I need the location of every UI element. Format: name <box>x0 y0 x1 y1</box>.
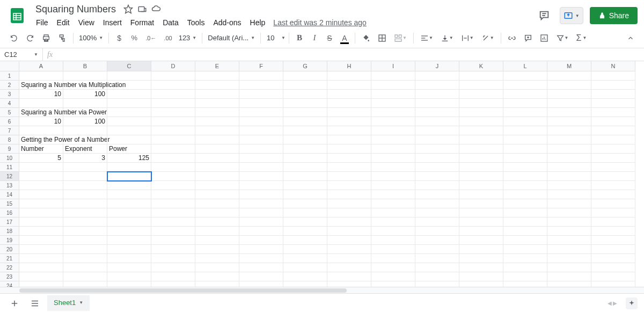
cell-J18[interactable] <box>415 227 459 236</box>
cell-H14[interactable] <box>327 190 371 199</box>
cell-I15[interactable] <box>371 199 415 208</box>
cell-A3[interactable]: 10 <box>19 90 63 99</box>
cell-B21[interactable] <box>63 254 107 263</box>
cell-A5[interactable]: Squaring a Number via Power <box>19 108 63 117</box>
cell-A20[interactable] <box>19 245 63 254</box>
cell-K3[interactable] <box>459 90 503 99</box>
cell-C11[interactable] <box>107 163 151 172</box>
document-title[interactable]: Squaring Numbers <box>32 3 119 16</box>
cell-J24[interactable] <box>415 281 459 287</box>
cell-H18[interactable] <box>327 227 371 236</box>
cell-B12[interactable] <box>63 172 107 181</box>
cell-A14[interactable] <box>19 190 63 199</box>
cell-K12[interactable] <box>459 172 503 181</box>
col-header-N[interactable]: N <box>591 61 635 71</box>
cell-M5[interactable] <box>547 108 591 117</box>
cell-N21[interactable] <box>591 254 635 263</box>
cell-J21[interactable] <box>415 254 459 263</box>
cell-N18[interactable] <box>591 227 635 236</box>
cell-A17[interactable] <box>19 217 63 227</box>
cell-G18[interactable] <box>283 227 327 236</box>
cell-E4[interactable] <box>195 99 239 108</box>
cell-C9[interactable]: Power <box>107 144 151 154</box>
cell-M8[interactable] <box>547 135 591 144</box>
font-size-dropdown[interactable]: ▼ <box>281 35 286 40</box>
cell-H2[interactable] <box>327 81 371 90</box>
cell-N14[interactable] <box>591 190 635 199</box>
cell-D20[interactable] <box>151 245 195 254</box>
col-header-A[interactable]: A <box>19 61 63 71</box>
cell-H7[interactable] <box>327 126 371 135</box>
cell-B19[interactable] <box>63 236 107 245</box>
cell-L18[interactable] <box>503 227 547 236</box>
cell-N3[interactable] <box>591 90 635 99</box>
cell-E6[interactable] <box>195 117 239 126</box>
cell-C1[interactable] <box>107 71 151 81</box>
cell-G2[interactable] <box>283 81 327 90</box>
cell-D1[interactable] <box>151 71 195 81</box>
cell-I4[interactable] <box>371 99 415 108</box>
cell-D8[interactable] <box>151 135 195 144</box>
cell-B3[interactable]: 100 <box>63 90 107 99</box>
cell-H11[interactable] <box>327 163 371 172</box>
cell-L5[interactable] <box>503 108 547 117</box>
cell-F7[interactable] <box>239 126 283 135</box>
cell-L11[interactable] <box>503 163 547 172</box>
cell-I23[interactable] <box>371 272 415 281</box>
cell-F24[interactable] <box>239 281 283 287</box>
paint-format-icon[interactable] <box>55 31 70 45</box>
cell-D15[interactable] <box>151 199 195 208</box>
cell-H5[interactable] <box>327 108 371 117</box>
cell-I10[interactable] <box>371 154 415 163</box>
cell-L21[interactable] <box>503 254 547 263</box>
cell-H3[interactable] <box>327 90 371 99</box>
cell-F1[interactable] <box>239 71 283 81</box>
cell-F5[interactable] <box>239 108 283 117</box>
cell-I9[interactable] <box>371 144 415 154</box>
cell-C10[interactable]: 125 <box>107 154 151 163</box>
cell-A1[interactable] <box>19 71 63 81</box>
cell-K14[interactable] <box>459 190 503 199</box>
menu-data[interactable]: Data <box>159 16 182 29</box>
cell-B18[interactable] <box>63 227 107 236</box>
cell-E21[interactable] <box>195 254 239 263</box>
col-header-K[interactable]: K <box>459 61 503 71</box>
cell-I6[interactable] <box>371 117 415 126</box>
cell-I16[interactable] <box>371 208 415 217</box>
cell-H4[interactable] <box>327 99 371 108</box>
font-size-select[interactable]: 10 <box>264 33 280 42</box>
cell-A16[interactable] <box>19 208 63 217</box>
cell-F4[interactable] <box>239 99 283 108</box>
cell-C6[interactable] <box>107 117 151 126</box>
text-wrap-icon[interactable]: ▼ <box>458 31 477 45</box>
cell-D5[interactable] <box>151 108 195 117</box>
cloud-icon[interactable] <box>151 4 161 14</box>
strikethrough-icon[interactable]: S <box>323 31 336 45</box>
cell-H13[interactable] <box>327 181 371 190</box>
cell-E11[interactable] <box>195 163 239 172</box>
cell-L19[interactable] <box>503 236 547 245</box>
cell-F14[interactable] <box>239 190 283 199</box>
row-header-2[interactable]: 2 <box>0 81 19 90</box>
cell-K20[interactable] <box>459 245 503 254</box>
cell-L3[interactable] <box>503 90 547 99</box>
undo-icon[interactable] <box>6 31 21 45</box>
cell-C2[interactable] <box>107 81 151 90</box>
cell-K24[interactable] <box>459 281 503 287</box>
cell-I20[interactable] <box>371 245 415 254</box>
cell-E18[interactable] <box>195 227 239 236</box>
cell-F12[interactable] <box>239 172 283 181</box>
last-edit-link[interactable]: Last edit was 2 minutes ago <box>273 18 367 27</box>
cell-F3[interactable] <box>239 90 283 99</box>
cell-H20[interactable] <box>327 245 371 254</box>
col-header-C[interactable]: C <box>107 61 151 71</box>
cell-L13[interactable] <box>503 181 547 190</box>
cell-F2[interactable] <box>239 81 283 90</box>
cell-M3[interactable] <box>547 90 591 99</box>
cell-E9[interactable] <box>195 144 239 154</box>
cell-K9[interactable] <box>459 144 503 154</box>
row-header-20[interactable]: 20 <box>0 245 19 254</box>
cell-G22[interactable] <box>283 263 327 272</box>
cell-G19[interactable] <box>283 236 327 245</box>
cell-B1[interactable] <box>63 71 107 81</box>
